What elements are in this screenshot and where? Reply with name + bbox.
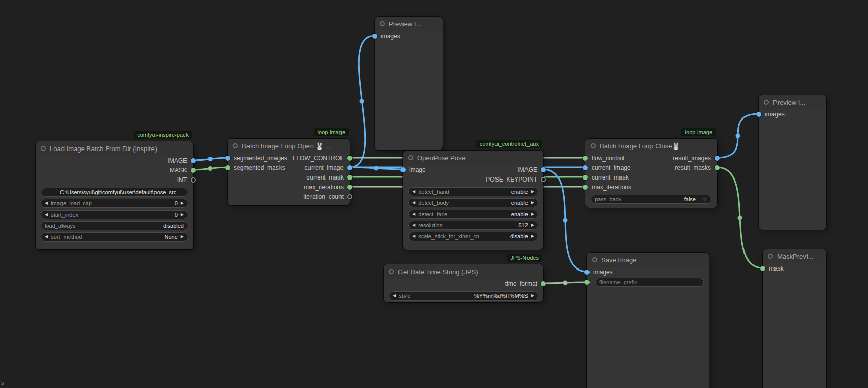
decrement-icon[interactable]: ◀ (45, 213, 48, 217)
input-slot-max-iterations[interactable]: max_iterations (583, 184, 631, 191)
input-slot-images[interactable]: images (584, 268, 613, 276)
widget-sort-method[interactable]: ◀ sort_method None ▶ (41, 232, 188, 242)
output-dot[interactable] (715, 165, 720, 170)
node-preview-image-top[interactable]: Preview I... images (375, 17, 443, 150)
output-slot-image[interactable]: IMAGE (517, 166, 546, 173)
output-slot-iteration-count[interactable]: iteration_count (303, 193, 352, 200)
output-slot-time-format[interactable]: time_format (505, 280, 546, 287)
collapse-icon[interactable] (41, 146, 46, 151)
decrement-icon[interactable]: ◀ (45, 235, 48, 239)
output-dot[interactable] (347, 165, 352, 170)
node-get-datetime-string[interactable]: JPS-Nodes Get Date Time String (JPS) tim… (384, 264, 543, 302)
widget-resolution[interactable]: ◀ resolution 512 ▶ (408, 221, 538, 230)
input-dot[interactable] (583, 156, 588, 161)
increment-icon[interactable]: ▶ (181, 235, 184, 239)
widget-detect-face[interactable]: ◀ detect_face enable ▶ (408, 210, 538, 219)
output-dot[interactable] (715, 156, 720, 161)
output-dot-image[interactable] (191, 158, 196, 163)
decrement-icon[interactable]: ◀ (45, 201, 48, 205)
output-slot-current-mask[interactable]: current_mask (306, 174, 352, 181)
input-slot-image[interactable]: image (400, 166, 426, 173)
input-dot[interactable] (583, 165, 588, 170)
output-dot[interactable] (541, 177, 546, 182)
widget-filename-prefix[interactable]: filename_prefix (595, 278, 704, 287)
increment-icon[interactable]: ▶ (181, 213, 184, 217)
next-option-icon[interactable]: ▶ (531, 212, 534, 216)
input-dot[interactable] (756, 112, 761, 117)
next-option-icon[interactable]: ▶ (531, 294, 534, 298)
input-dot[interactable] (583, 175, 588, 180)
collapse-icon[interactable] (233, 143, 238, 148)
output-slot-flow-control[interactable]: FLOW_CONTROL (293, 155, 352, 162)
widget-load-always[interactable]: load_always disabled (41, 221, 188, 230)
prev-option-icon[interactable]: ◀ (393, 294, 396, 298)
collapse-icon[interactable] (592, 257, 597, 262)
increment-icon[interactable]: ▶ (531, 223, 534, 227)
input-dot[interactable] (584, 270, 590, 275)
output-slot-max-iterations[interactable]: max_iterations (304, 184, 352, 191)
widget-directory[interactable]: ... C:\Users\syui\git\comfyui\user\defau… (41, 188, 188, 197)
prev-option-icon[interactable]: ◀ (412, 234, 415, 238)
prev-option-icon[interactable]: ◀ (412, 212, 415, 216)
node-title-bar[interactable]: Batch Image Loop Close🐰 (585, 139, 717, 153)
collapse-icon[interactable] (408, 155, 413, 160)
node-title-bar[interactable]: Get Date Time String (JPS) (384, 264, 543, 279)
input-dot[interactable] (583, 185, 588, 190)
node-title-bar[interactable]: Batch Image Loop Open 🐰 ... (228, 139, 350, 153)
output-dot[interactable] (347, 156, 352, 161)
widget-detect-body[interactable]: ◀ detect_body enable ▶ (408, 198, 538, 207)
toggle-knob-icon[interactable] (702, 196, 708, 202)
input-dot[interactable] (400, 167, 406, 172)
output-dot[interactable] (541, 167, 546, 172)
widget-image-load-cap[interactable]: ◀ image_load_cap 0 ▶ (41, 199, 188, 208)
input-dot[interactable] (225, 165, 230, 170)
output-dot[interactable] (541, 281, 546, 286)
collapse-icon[interactable] (591, 143, 596, 148)
input-slot-segmented-images[interactable]: segmented_images (225, 155, 287, 162)
output-slot-current-image[interactable]: current_image (304, 164, 352, 171)
node-title-bar[interactable]: Preview I... (759, 95, 826, 109)
node-graph-canvas[interactable]: comfyui-inspire-pack Load Image Batch Fr… (0, 0, 868, 388)
input-dot[interactable] (372, 34, 377, 39)
widget-pass-back[interactable]: pass_back false (591, 195, 712, 204)
output-slot-image[interactable]: IMAGE (167, 157, 196, 164)
prev-option-icon[interactable]: ◀ (412, 201, 415, 205)
input-slot-images[interactable]: images (756, 111, 785, 118)
input-slot-images[interactable]: images (372, 33, 400, 40)
node-save-image[interactable]: Save Image images filename_prefix (587, 253, 709, 388)
collapse-icon[interactable] (389, 269, 394, 274)
node-title-bar[interactable]: Save Image (587, 253, 709, 267)
decrement-icon[interactable]: ◀ (412, 223, 415, 227)
output-dot[interactable] (347, 185, 352, 190)
prev-option-icon[interactable]: ◀ (412, 190, 415, 194)
node-openpose-pose[interactable]: comfyui_controlnet_aux OpenPose Pose ima… (403, 151, 543, 250)
node-title-bar[interactable]: Preview I... (375, 17, 443, 31)
output-slot-int[interactable]: INT (177, 176, 196, 184)
next-option-icon[interactable]: ▶ (531, 201, 534, 205)
widget-style[interactable]: ◀ style %Y%m%d%H%M%S ▶ (389, 291, 538, 301)
output-slot-pose-keypoint[interactable]: POSE_KEYPOINT (486, 176, 546, 183)
node-mask-preview[interactable]: MaskPrevi... mask (763, 249, 826, 388)
input-slot-mask[interactable]: mask (760, 265, 784, 272)
input-dot[interactable] (760, 266, 765, 271)
node-title-bar[interactable]: Load Image Batch From Dir (Inspire) (36, 141, 193, 156)
node-batch-loop-close[interactable]: loop-image Batch Image Loop Close🐰 flow_… (585, 139, 717, 208)
node-title-bar[interactable]: MaskPrevi... (763, 249, 826, 263)
collapse-icon[interactable] (768, 254, 773, 259)
collapse-icon[interactable] (764, 100, 769, 105)
input-dot[interactable] (225, 156, 230, 161)
widget-detect-hand[interactable]: ◀ detect_hand enable ▶ (408, 187, 538, 196)
input-slot-current-image[interactable]: current_image (583, 164, 631, 171)
output-dot[interactable] (347, 175, 352, 180)
collapse-icon[interactable] (380, 21, 385, 26)
widget-start-index[interactable]: ◀ start_index 0 ▶ (41, 210, 188, 219)
node-preview-image-right[interactable]: Preview I... images (759, 95, 826, 230)
widget-scale-stick[interactable]: ◀ scale_stick_for_xinsr_cn disable ▶ (408, 232, 538, 241)
next-option-icon[interactable]: ▶ (531, 190, 534, 194)
node-batch-loop-open[interactable]: loop-image Batch Image Loop Open 🐰 ... s… (228, 139, 350, 205)
output-slot-result-masks[interactable]: result_masks (675, 164, 720, 171)
node-title-bar[interactable]: OpenPose Pose (403, 151, 543, 165)
node-load-image-batch[interactable]: comfyui-inspire-pack Load Image Batch Fr… (36, 141, 193, 249)
input-slot-current-mask[interactable]: current_mask (583, 174, 629, 181)
output-dot-mask[interactable] (191, 168, 196, 173)
